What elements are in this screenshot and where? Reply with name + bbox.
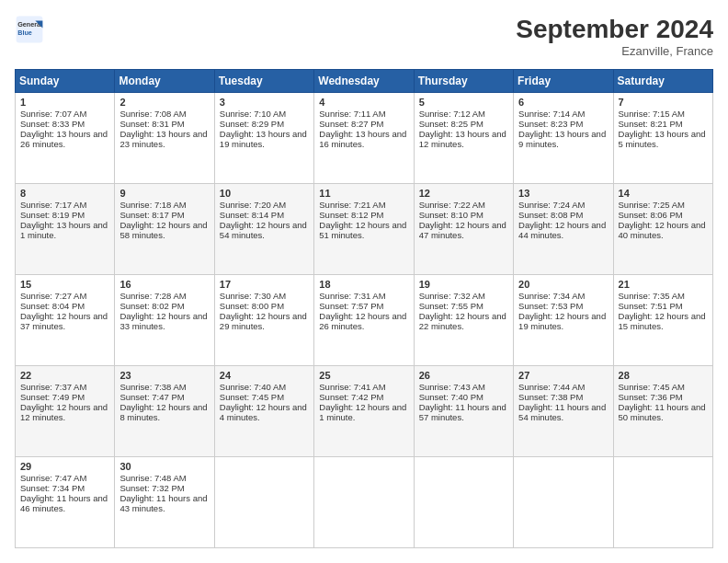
day-number: 21 xyxy=(619,279,708,290)
day-number: 7 xyxy=(619,97,708,108)
sunset: Sunset: 7:51 PM xyxy=(619,301,683,311)
day-number: 8 xyxy=(20,188,109,199)
day-number: 2 xyxy=(119,97,209,108)
calendar-cell: 14Sunrise: 7:25 AMSunset: 8:06 PMDayligh… xyxy=(613,184,712,275)
calendar-cell: 3Sunrise: 7:10 AMSunset: 8:29 PMDaylight… xyxy=(214,93,313,184)
sunset: Sunset: 8:00 PM xyxy=(220,301,284,311)
sunset: Sunset: 8:17 PM xyxy=(119,210,184,220)
calendar-cell: 22Sunrise: 7:37 AMSunset: 7:49 PMDayligh… xyxy=(16,366,115,457)
daylight: Daylight: 13 hours and 23 minutes. xyxy=(119,129,207,149)
sunrise: Sunrise: 7:15 AM xyxy=(619,109,685,119)
calendar-cell: 16Sunrise: 7:28 AMSunset: 8:02 PMDayligh… xyxy=(115,275,214,366)
day-number: 3 xyxy=(220,97,309,108)
sunrise: Sunrise: 7:31 AM xyxy=(319,291,385,301)
daylight: Daylight: 12 hours and 54 minutes. xyxy=(220,220,307,240)
daylight: Daylight: 12 hours and 58 minutes. xyxy=(119,220,207,240)
sunset: Sunset: 7:55 PM xyxy=(419,301,483,311)
day-number: 23 xyxy=(119,370,209,381)
day-number: 1 xyxy=(20,97,109,108)
calendar-cell xyxy=(214,457,313,548)
col-wednesday: Wednesday xyxy=(314,70,414,93)
daylight: Daylight: 12 hours and 12 minutes. xyxy=(20,402,108,422)
sunrise: Sunrise: 7:14 AM xyxy=(518,109,585,119)
daylight: Daylight: 12 hours and 26 minutes. xyxy=(319,311,406,331)
logo-icon: General Blue xyxy=(15,15,44,44)
daylight: Daylight: 13 hours and 9 minutes. xyxy=(518,129,606,149)
sunrise: Sunrise: 7:34 AM xyxy=(518,291,585,301)
daylight: Daylight: 13 hours and 12 minutes. xyxy=(419,129,506,149)
daylight: Daylight: 13 hours and 1 minute. xyxy=(20,220,108,240)
calendar-cell: 24Sunrise: 7:40 AMSunset: 7:45 PMDayligh… xyxy=(214,366,313,457)
daylight: Daylight: 12 hours and 47 minutes. xyxy=(419,220,506,240)
calendar-cell: 12Sunrise: 7:22 AMSunset: 8:10 PMDayligh… xyxy=(414,184,513,275)
daylight: Daylight: 12 hours and 22 minutes. xyxy=(419,311,506,331)
sunset: Sunset: 7:45 PM xyxy=(220,392,284,402)
header: General Blue September 2024 Ezanville, F… xyxy=(15,15,713,58)
day-number: 6 xyxy=(518,97,608,108)
logo: General Blue xyxy=(15,15,44,44)
col-saturday: Saturday xyxy=(613,70,712,93)
day-number: 25 xyxy=(319,370,408,381)
week-row-4: 22Sunrise: 7:37 AMSunset: 7:49 PMDayligh… xyxy=(16,366,713,457)
sunset: Sunset: 8:23 PM xyxy=(518,119,583,129)
sunrise: Sunrise: 7:30 AM xyxy=(220,291,286,301)
sunset: Sunset: 8:02 PM xyxy=(119,301,184,311)
sunset: Sunset: 7:34 PM xyxy=(20,483,85,493)
day-number: 12 xyxy=(419,188,508,199)
daylight: Daylight: 12 hours and 37 minutes. xyxy=(20,311,108,331)
day-number: 14 xyxy=(619,188,708,199)
sunset: Sunset: 7:32 PM xyxy=(119,483,184,493)
daylight: Daylight: 11 hours and 46 minutes. xyxy=(20,493,108,513)
calendar-cell: 11Sunrise: 7:21 AMSunset: 8:12 PMDayligh… xyxy=(314,184,414,275)
sunrise: Sunrise: 7:28 AM xyxy=(119,291,186,301)
daylight: Daylight: 12 hours and 1 minute. xyxy=(319,402,406,422)
calendar-cell: 7Sunrise: 7:15 AMSunset: 8:21 PMDaylight… xyxy=(613,93,712,184)
calendar-cell: 15Sunrise: 7:27 AMSunset: 8:04 PMDayligh… xyxy=(16,275,115,366)
calendar-cell: 20Sunrise: 7:34 AMSunset: 7:53 PMDayligh… xyxy=(514,275,613,366)
col-thursday: Thursday xyxy=(414,70,513,93)
sunset: Sunset: 7:57 PM xyxy=(319,301,383,311)
sunset: Sunset: 8:31 PM xyxy=(119,119,184,129)
sunset: Sunset: 8:21 PM xyxy=(619,119,683,129)
calendar-cell: 26Sunrise: 7:43 AMSunset: 7:40 PMDayligh… xyxy=(414,366,513,457)
sunrise: Sunrise: 7:35 AM xyxy=(619,291,685,301)
daylight: Daylight: 13 hours and 16 minutes. xyxy=(319,129,406,149)
sunset: Sunset: 8:10 PM xyxy=(419,210,483,220)
sunrise: Sunrise: 7:12 AM xyxy=(419,109,485,119)
sunrise: Sunrise: 7:10 AM xyxy=(220,109,286,119)
calendar-cell: 2Sunrise: 7:08 AMSunset: 8:31 PMDaylight… xyxy=(115,93,214,184)
sunset: Sunset: 8:06 PM xyxy=(619,210,683,220)
daylight: Daylight: 12 hours and 4 minutes. xyxy=(220,402,307,422)
col-sunday: Sunday xyxy=(16,70,115,93)
sunrise: Sunrise: 7:37 AM xyxy=(20,382,86,392)
day-number: 15 xyxy=(20,279,109,290)
sunrise: Sunrise: 7:27 AM xyxy=(20,291,86,301)
daylight: Daylight: 12 hours and 44 minutes. xyxy=(518,220,606,240)
col-tuesday: Tuesday xyxy=(214,70,313,93)
daylight: Daylight: 11 hours and 43 minutes. xyxy=(119,493,207,513)
sunrise: Sunrise: 7:32 AM xyxy=(419,291,485,301)
month-title: September 2024 xyxy=(516,15,713,44)
sunrise: Sunrise: 7:38 AM xyxy=(119,382,186,392)
day-number: 16 xyxy=(119,279,209,290)
calendar-cell: 5Sunrise: 7:12 AMSunset: 8:25 PMDaylight… xyxy=(414,93,513,184)
sunrise: Sunrise: 7:25 AM xyxy=(619,200,685,210)
daylight: Daylight: 13 hours and 19 minutes. xyxy=(220,129,307,149)
day-number: 29 xyxy=(20,461,109,472)
daylight: Daylight: 12 hours and 29 minutes. xyxy=(220,311,307,331)
sunrise: Sunrise: 7:24 AM xyxy=(518,200,585,210)
sunrise: Sunrise: 7:48 AM xyxy=(119,473,186,483)
sunset: Sunset: 7:47 PM xyxy=(119,392,184,402)
calendar-cell xyxy=(613,457,712,548)
sunrise: Sunrise: 7:41 AM xyxy=(319,382,385,392)
sunset: Sunset: 8:29 PM xyxy=(220,119,284,129)
page: General Blue September 2024 Ezanville, F… xyxy=(0,0,728,563)
daylight: Daylight: 12 hours and 40 minutes. xyxy=(619,220,706,240)
calendar-cell: 23Sunrise: 7:38 AMSunset: 7:47 PMDayligh… xyxy=(115,366,214,457)
calendar-cell: 30Sunrise: 7:48 AMSunset: 7:32 PMDayligh… xyxy=(115,457,214,548)
day-number: 24 xyxy=(220,370,309,381)
location: Ezanville, France xyxy=(516,44,713,58)
daylight: Daylight: 11 hours and 50 minutes. xyxy=(619,402,706,422)
calendar-header-row: Sunday Monday Tuesday Wednesday Thursday… xyxy=(16,70,713,93)
sunset: Sunset: 7:53 PM xyxy=(518,301,583,311)
